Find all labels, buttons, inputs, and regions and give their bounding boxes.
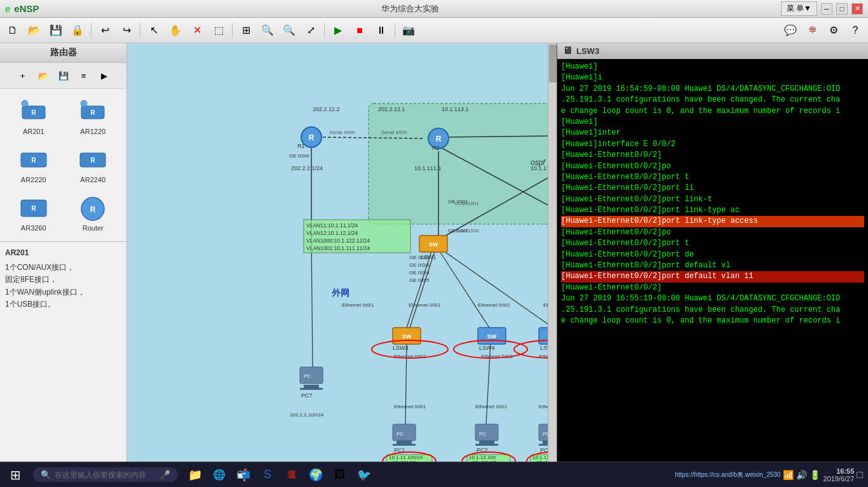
canvas-area[interactable]: R R1 R R2 R R3 R R4 R R5 SW LSW1 xyxy=(127,43,557,462)
delete-btn[interactable]: ✕ xyxy=(187,20,207,41)
zoom-in-btn[interactable]: 🔍 xyxy=(257,20,278,41)
notification-icon[interactable]: □ xyxy=(857,469,863,481)
device-ar3260[interactable]: R AR3260 xyxy=(5,190,62,236)
ar201-label: AR201 xyxy=(23,128,44,135)
svg-text:R: R xyxy=(31,109,36,116)
scrollbar-thumb[interactable] xyxy=(549,44,557,83)
undo-btn[interactable]: ↩ xyxy=(95,20,115,41)
taskbar-app3[interactable]: 道 xyxy=(282,465,301,484)
new-topo-btn[interactable]: 🗋 xyxy=(3,20,23,41)
terminal-content[interactable]: [Huawei][Huawei]iJun 27 2019 16:54:59-08… xyxy=(557,59,868,462)
router-label: Router xyxy=(83,224,104,232)
svg-text:SW: SW xyxy=(487,333,497,340)
svg-text:PC: PC xyxy=(479,431,486,437)
search-bar[interactable]: 🔍 🎤 xyxy=(33,467,178,482)
hand-btn[interactable]: ✋ xyxy=(165,20,186,41)
svg-text:SW: SW xyxy=(402,333,412,340)
taskbar-browser[interactable]: 🌐 xyxy=(210,465,229,484)
svg-text:Ethernet 0/0/1: Ethernet 0/0/1 xyxy=(394,404,426,410)
taskbar-file-manager[interactable]: 📁 xyxy=(186,465,205,484)
svg-rect-14 xyxy=(133,46,557,462)
svg-text:Serial 4/0/0: Serial 4/0/0 xyxy=(329,130,355,135)
canvas-scrollbar[interactable] xyxy=(548,43,557,462)
volume-icon[interactable]: 🔊 xyxy=(796,470,807,480)
sidebar-load-btn[interactable]: 📂 xyxy=(34,67,52,84)
terminal-header: 🖥 LSW3 xyxy=(557,43,868,59)
desc-line2: 固定8FE接口， xyxy=(5,274,121,286)
sidebar-save-btn[interactable]: 💾 xyxy=(55,67,72,84)
sidebar: 路由器 + 📂 💾 ≡ ▶ R AR201 xyxy=(0,43,127,462)
svg-text:Ethernet 0/0/1: Ethernet 0/0/1 xyxy=(481,354,513,359)
title-bar: e eNSP 华为综合大实验 菜 单▼ ─ □ ✕ xyxy=(0,0,868,18)
start-all-btn[interactable]: ▶ xyxy=(328,20,348,41)
sidebar-config-btn[interactable]: ≡ xyxy=(75,67,93,84)
app-logo: e eNSP xyxy=(5,3,39,14)
select-btn[interactable]: ↖ xyxy=(144,20,164,41)
svg-text:LSW1: LSW1 xyxy=(421,254,437,260)
terminal-line: [Huawei] xyxy=(561,117,864,128)
terminal-line: [Huawei-Ethernet0/0/2]po xyxy=(561,227,864,238)
url-display: https://https://cs.and/b奥.weixin_2530 xyxy=(675,470,780,479)
svg-line-27 xyxy=(410,250,435,328)
sep2 xyxy=(140,23,140,38)
taskbar-app4[interactable]: 🐦 xyxy=(355,465,374,484)
save-topo-btn[interactable]: 💾 xyxy=(46,20,66,41)
svg-text:VLAN1000: VLAN1000 xyxy=(454,228,479,234)
svg-text:202.2.12.2: 202.2.12.2 xyxy=(313,106,340,112)
taskbar-app2[interactable]: S xyxy=(258,465,277,484)
sep1 xyxy=(91,23,92,38)
svg-text:Ethernet 0/0/2: Ethernet 0/0/2 xyxy=(394,354,426,359)
huawei-logo-btn[interactable]: 华 xyxy=(802,20,822,41)
sidebar-next-btn[interactable]: ▶ xyxy=(95,67,113,84)
stop-all-btn[interactable]: ■ xyxy=(349,20,370,41)
taskbar-app1[interactable]: 📬 xyxy=(234,465,253,484)
redo-btn[interactable]: ↪ xyxy=(116,20,137,41)
ar1220-icon: R xyxy=(79,98,107,126)
svg-point-37 xyxy=(301,127,322,147)
area-select-btn[interactable]: ⬚ xyxy=(208,20,229,41)
lock-btn[interactable]: 🔒 xyxy=(67,20,88,41)
zoom-fit-btn[interactable]: ⊞ xyxy=(236,20,256,41)
svg-text:Ethernet 0/0/1: Ethernet 0/0/1 xyxy=(409,302,441,308)
capture-btn[interactable]: 📷 xyxy=(398,20,419,41)
taskbar-icons: 📁 🌐 📬 S 道 🌍 🖼 🐦 xyxy=(186,465,374,484)
desc-line4: 1个USB接口。 xyxy=(5,298,121,310)
maximize-button[interactable]: □ xyxy=(836,3,848,15)
menu-button[interactable]: 菜 单▼ xyxy=(781,1,817,16)
battery-icon[interactable]: 🔋 xyxy=(810,470,820,480)
taskbar-globe[interactable]: 🌍 xyxy=(306,465,325,484)
network-icon[interactable]: 📶 xyxy=(783,470,794,480)
svg-text:VLAN1000:10.1.122.11/24: VLAN1000:10.1.122.11/24 xyxy=(306,237,370,244)
device-ar2220[interactable]: R AR2220 xyxy=(5,142,62,188)
system-tray: https://https://cs.and/b奥.weixin_2530 📶 … xyxy=(675,467,868,483)
svg-text:Ethernet 0/0/1: Ethernet 0/0/1 xyxy=(475,404,508,410)
minimize-button[interactable]: ─ xyxy=(821,3,832,15)
device-ar1220[interactable]: R AR1220 xyxy=(65,94,122,140)
taskbar-photo[interactable]: 🖼 xyxy=(330,465,349,484)
search-icon: 🔍 xyxy=(41,470,51,479)
chat-btn[interactable]: 💬 xyxy=(780,20,801,41)
pause-btn[interactable]: ⏸ xyxy=(371,20,391,41)
terminal-line: [Huawei]inter xyxy=(561,128,864,138)
terminal-line: [Huawei-Ethernet0/0/2] xyxy=(561,150,864,161)
device-router[interactable]: R Router xyxy=(65,190,122,236)
settings-btn[interactable]: ⚙ xyxy=(824,20,844,41)
zoom-out-btn[interactable]: 🔍 xyxy=(279,20,299,41)
open-topo-btn[interactable]: 📂 xyxy=(24,20,44,41)
close-button[interactable]: ✕ xyxy=(851,3,863,15)
svg-text:PC1: PC1 xyxy=(394,447,405,453)
search-input[interactable] xyxy=(55,470,156,479)
help-btn[interactable]: ? xyxy=(845,20,865,41)
device-ar201[interactable]: R AR201 xyxy=(5,94,62,140)
svg-line-25 xyxy=(444,143,557,237)
svg-text:GE 0/0/5: GE 0/0/5 xyxy=(409,277,430,283)
zoom-full-btn[interactable]: ⤢ xyxy=(301,20,321,41)
svg-line-18 xyxy=(445,135,557,137)
window-title: 华为综合大实验 xyxy=(381,3,439,15)
start-button[interactable]: ⊞ xyxy=(0,462,31,488)
device-ar2240[interactable]: R AR2240 xyxy=(65,142,122,188)
terminal-line: [Huawei]i xyxy=(561,72,864,83)
sidebar-add-btn[interactable]: + xyxy=(14,67,32,84)
ar3260-label: AR3260 xyxy=(21,224,46,232)
svg-text:202.2.2.1/24: 202.2.2.1/24 xyxy=(291,165,323,171)
